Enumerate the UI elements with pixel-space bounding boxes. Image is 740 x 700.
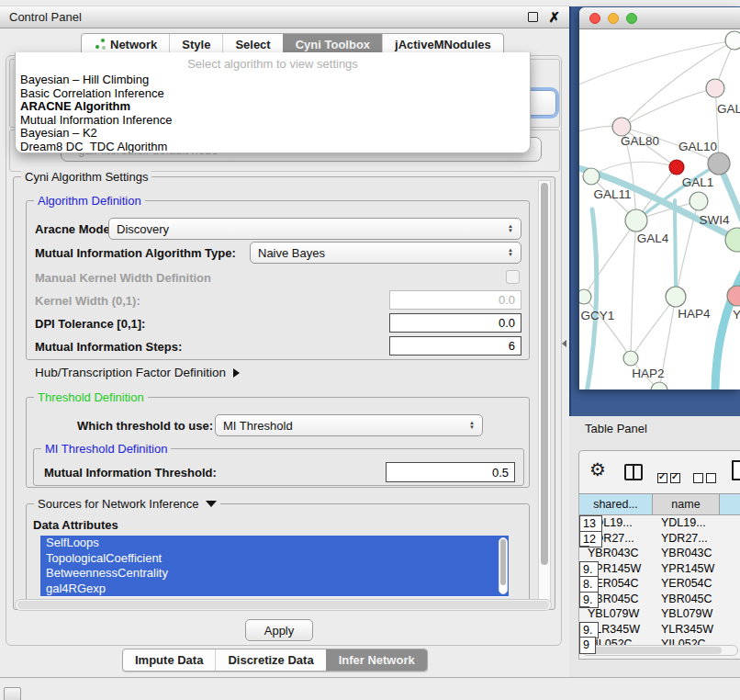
sources-title[interactable]: Sources for Network Inference [34,497,220,511]
table-cell: YBR045C [653,592,720,607]
settings-horizontal-scrollbar[interactable] [15,599,552,611]
scrollbar-thumb[interactable] [584,647,722,654]
close-icon[interactable]: ✗ [548,13,560,22]
network-node-gal4[interactable] [625,209,647,231]
network-node-partial-top[interactable] [725,31,740,50]
table-panel: ⚙ shared...name YDL19...YDL19...13YDR27.… [578,450,740,660]
bottom-divider [0,677,740,678]
kernel-width-input[interactable] [389,290,521,310]
scrollbar-thumb[interactable] [541,183,548,565]
network-node-label-gcy1: GCY1 [581,309,615,322]
collapse-arrow-icon [206,501,217,507]
tab-label: jActiveMNodules [395,38,491,51]
dpi-tolerance-input[interactable] [389,313,521,333]
checked-columns-icon[interactable] [657,470,683,487]
mi-algorithm-type-value: Naive Bayes [258,246,325,260]
data-attribute-item[interactable]: BetweennessCentrality [40,566,509,581]
dpi-tolerance-label: DPI Tolerance [0,1]: [35,317,145,331]
sources-title-text: Sources for Network Inference [38,497,199,511]
table-cell: YBL079W [579,606,653,622]
gear-icon[interactable]: ⚙ [589,458,606,480]
minimized-panel-icon[interactable] [4,687,21,700]
mi-steps-label: Mutual Information Steps: [35,340,182,354]
cyni-settings-title: Cyni Algorithm Settings [21,170,151,184]
control-panel-titlebar: Control Panel ✗ [0,6,569,28]
algorithm-option[interactable]: ARACNE Algorithm [16,100,530,114]
network-node-labels: GALGAL80GAL10GAL1GAL11SWI4GAL4GCY1HAP4YH… [581,102,740,380]
float-panel-icon[interactable] [528,12,538,22]
mi-threshold-input[interactable] [386,462,515,482]
algorithm-option[interactable]: Bayesian – K2 [16,127,530,141]
tab-discretize-data[interactable]: Discretize Data [215,649,325,671]
minimize-traffic-light-icon[interactable] [608,13,619,24]
table-row[interactable]: YPR145WYPR145W9. [579,561,740,577]
panel-title: Control Panel [9,10,82,24]
table-horizontal-scrollbar[interactable] [582,645,738,656]
tab-label: Network [110,38,157,51]
stepper-arrows-icon: ▲▼ [469,421,475,430]
manual-kernel-checkbox[interactable] [506,270,520,284]
table-row[interactable]: YBR043CYBR043C [579,546,740,561]
hub-definition-expander[interactable]: Hub/Transcription Factor Definition [35,366,240,379]
tab-infer-network[interactable]: Infer Network [326,649,427,671]
algorithm-option[interactable]: Basic Correlation Inference [16,87,530,101]
table-row[interactable]: YDR27...YDR27...12 [579,531,740,547]
network-node-gal10[interactable] [708,152,730,175]
network-node-hap4[interactable] [666,287,686,307]
network-node-gal-clipped[interactable] [706,79,724,97]
settings-vertical-scrollbar[interactable] [538,180,551,604]
network-node-gal80[interactable] [612,118,631,136]
data-attribute-item[interactable]: SelfLoops [40,536,509,551]
table-row[interactable]: YER054CYER054C8. [579,576,740,592]
table-cell: YBL079W [653,606,720,622]
aracne-mode-label: Aracne Mode: [35,222,114,236]
column-header[interactable]: shared... [579,493,653,515]
close-traffic-light-icon[interactable] [589,13,600,24]
column-header[interactable] [720,493,740,515]
table-cell: 9 [579,637,596,654]
aracne-mode-combo[interactable]: Discovery ▲▼ [108,218,521,240]
unchecked-columns-icon[interactable] [693,470,719,487]
table-row[interactable]: YLR345WYLR345W9. [579,622,740,638]
attributes-scrollbar[interactable] [499,537,508,594]
network-node-gal11[interactable] [583,168,600,185]
table-row[interactable]: YBL079WYBL079W [579,606,740,622]
network-node-label-gal11: GAL11 [593,187,631,201]
scrollbar-thumb[interactable] [17,601,549,609]
document-icon[interactable] [732,460,740,480]
network-node-red-node[interactable] [669,160,684,175]
split-columns-icon[interactable] [624,464,643,480]
column-header[interactable]: name [653,493,720,515]
network-node-gal1[interactable] [690,192,708,210]
algorithm-definition-title: Algorithm Definition [34,194,145,208]
table-row[interactable]: YBR045CYBR045C9. [579,592,740,607]
scrollbar-thumb[interactable] [500,539,506,585]
network-node-label-gal10: GAL10 [678,140,717,153]
data-attributes-label: Data Attributes [33,518,118,532]
data-attribute-item[interactable]: gal4RGexp [40,581,509,597]
table-cell [579,606,589,608]
data-attribute-item[interactable]: TopologicalCoefficient [40,551,509,567]
network-window[interactable]: GALGAL80GAL10GAL1GAL11SWI4GAL4GCY1HAP4YH… [579,7,740,390]
tab-impute-data[interactable]: Impute Data [123,649,215,671]
algorithm-option[interactable]: Bayesian – Hill Climbing [16,73,530,87]
zoom-traffic-light-icon[interactable] [626,13,637,24]
network-node-hap2[interactable] [623,351,638,366]
panel-collapse-arrow-icon[interactable] [562,340,566,347]
network-node-partial-bottom[interactable] [651,382,667,390]
which-threshold-value: MI Threshold [223,419,293,433]
table-cell: YLR345W [653,622,720,638]
algorithm-option[interactable]: Dream8 DC_TDC Algorithm [16,141,530,154]
mi-algorithm-type-combo[interactable]: Naive Bayes ▲▼ [250,242,521,264]
network-window-titlebar[interactable] [579,7,740,29]
table-row[interactable]: YDL19...YDL19...13 [579,515,740,531]
table-cell: YBR043C [653,546,720,561]
which-threshold-combo[interactable]: MI Threshold ▲▼ [215,414,483,436]
algorithm-option[interactable]: Mutual Information Inference [16,114,530,128]
mi-steps-input[interactable] [389,336,521,356]
network-canvas[interactable]: GALGAL80GAL10GAL1GAL11SWI4GAL4GCY1HAP4YH… [579,29,740,390]
algorithm-dropdown-placeholder: Select algorithm to view settings [16,54,530,73]
apply-button[interactable]: Apply [245,619,313,641]
network-node-label-swi4: SWI4 [699,213,729,227]
network-node-gcy1[interactable] [579,289,591,304]
